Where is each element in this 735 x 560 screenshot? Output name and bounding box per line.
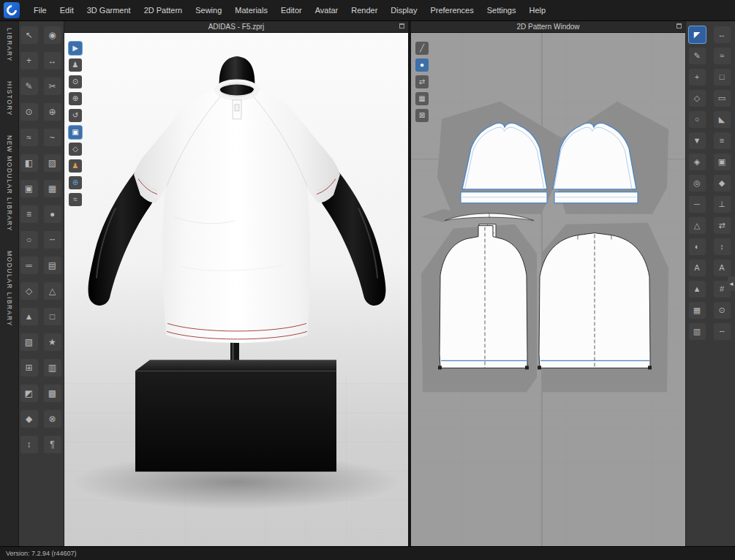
lock-pattern-icon[interactable]: ⊠ — [415, 109, 429, 122]
collapse-panel-arrow-icon[interactable]: ◄ — [728, 276, 735, 291]
steam-brush-icon[interactable]: ▨ — [44, 154, 61, 172]
fold-arrangement-icon[interactable]: ◧ — [20, 154, 38, 172]
unfold-tool-icon[interactable]: ◐ — [689, 238, 706, 255]
free-sewing-icon[interactable]: ~ — [44, 129, 61, 146]
add-point-split-icon[interactable]: + — [689, 69, 706, 86]
internal-circle-icon[interactable]: ◎ — [689, 175, 706, 192]
simulate-icon[interactable]: ▶ — [69, 42, 82, 55]
pattern-front-hem-band[interactable] — [461, 192, 547, 203]
show-seamline-icon[interactable]: ╌ — [714, 323, 731, 340]
tab-new-modular-library[interactable]: NEW MODULAR LIBRARY — [6, 135, 13, 232]
pattern-2d-canvas[interactable]: ╱●⇄▦⊠ — [411, 33, 685, 547]
topstitch-icon[interactable]: ╌ — [44, 231, 61, 249]
zipper-icon[interactable]: ≡ — [20, 205, 38, 223]
viewport-titlebar[interactable]: ADIDAS - F5.zprj — [64, 20, 408, 33]
graphic-tool-icon[interactable]: ★ — [44, 333, 61, 351]
add-pattern-icon[interactable]: □ — [714, 69, 731, 86]
show-environment-icon[interactable]: ⊕ — [69, 176, 82, 189]
measure-tape-icon[interactable]: ↕ — [20, 436, 38, 453]
edit-pattern-icon[interactable]: ✎ — [689, 48, 706, 64]
notch-tool-icon[interactable]: ▼ — [689, 132, 706, 149]
front-body-handle-right[interactable] — [525, 366, 529, 369]
viewport-3d-canvas[interactable]: ▶♟⊙⊕↺▣◇♟⊕≈ — [64, 33, 408, 547]
slash-divide-icon[interactable]: ╱ — [415, 42, 429, 55]
grading-icon[interactable]: ▲ — [20, 308, 38, 325]
menu-settings[interactable]: Settings — [480, 0, 523, 20]
dart-tool-icon[interactable]: ◣ — [714, 111, 731, 128]
show-base-avatar-icon[interactable]: ♟ — [69, 159, 82, 173]
fabric-icon[interactable]: ▩ — [44, 385, 61, 402]
internal-dart-icon[interactable]: ◆ — [714, 175, 731, 192]
print-layout-icon[interactable]: ▥ — [44, 359, 61, 377]
back-body-handle-right[interactable] — [648, 366, 652, 369]
piping-icon[interactable]: ═ — [20, 257, 38, 274]
menu-sewing[interactable]: Sewing — [189, 0, 228, 20]
avatar-display-icon[interactable]: ◉ — [44, 26, 61, 44]
internal-rectangle-icon[interactable]: ▣ — [714, 154, 731, 170]
reset-pose-icon[interactable]: ↺ — [69, 109, 82, 122]
tab-library[interactable]: LIBRARY — [6, 28, 13, 62]
tab-modular-library[interactable]: MODULAR LIBRARY — [6, 251, 13, 327]
transform-pattern-icon[interactable]: ◤ — [689, 26, 706, 43]
base-line-icon[interactable]: ─ — [689, 196, 706, 213]
front-body-handle-left[interactable] — [438, 366, 442, 369]
solidify-icon[interactable]: ▣ — [20, 180, 38, 197]
garment-tshirt[interactable] — [134, 88, 340, 343]
segment-sewing-icon[interactable]: ≈ — [20, 129, 38, 146]
grading-edit-icon[interactable]: ▲ — [689, 281, 706, 298]
buttonhole-icon[interactable]: ○ — [20, 231, 38, 249]
sync-2d-3d-icon[interactable]: ⇄ — [415, 75, 429, 88]
mirror-paste-icon[interactable]: ⇄ — [714, 217, 731, 234]
polygon-tool-icon[interactable]: ◇ — [689, 90, 706, 107]
button-icon[interactable]: ● — [44, 205, 61, 223]
trim-icon[interactable]: ◆ — [20, 410, 38, 428]
pin-tool-icon[interactable]: ⊙ — [20, 103, 38, 121]
flattening-icon[interactable]: ◇ — [20, 282, 38, 300]
internal-polygon-icon[interactable]: ◈ — [689, 154, 706, 170]
menu-file[interactable]: File — [27, 0, 53, 20]
show-avatar-icon[interactable]: ♟ — [69, 58, 82, 72]
pattern-back-hem-band[interactable] — [554, 192, 638, 203]
back-body-handle-left[interactable] — [538, 366, 541, 369]
text-tool-icon[interactable]: A — [689, 260, 706, 276]
menu-avatar[interactable]: Avatar — [309, 0, 345, 20]
snap-toggle-icon[interactable]: ⊙ — [714, 302, 731, 319]
trace-2d-icon[interactable]: △ — [44, 282, 61, 300]
measure-avatar-icon[interactable]: ↔ — [44, 52, 61, 69]
menu-2d-pattern[interactable]: 2D Pattern — [137, 0, 189, 20]
colorway-icon[interactable]: ◩ — [20, 385, 38, 402]
menu-preferences[interactable]: Preferences — [423, 0, 480, 20]
popout-window-icon[interactable] — [676, 23, 682, 29]
trace-tool-icon[interactable]: △ — [689, 217, 706, 234]
bonding-tool-icon[interactable]: ▦ — [44, 180, 61, 197]
uv-map-icon[interactable]: ⊞ — [20, 359, 38, 377]
show-3d-garment-icon[interactable]: ▣ — [69, 126, 82, 139]
popout-window-icon[interactable] — [399, 23, 404, 29]
layout-print-icon[interactable]: ▥ — [689, 323, 706, 340]
perpendicular-line-icon[interactable]: ⊥ — [714, 196, 731, 213]
annotation-tool-icon[interactable]: A — [714, 260, 731, 276]
show-x-ray-joints-icon[interactable]: ⊕ — [69, 92, 82, 105]
seam-allowance-icon[interactable]: ≡ — [714, 132, 731, 149]
show-3d-pattern-icon[interactable]: ● — [415, 58, 429, 72]
pen-tool-icon[interactable]: ✎ — [20, 77, 38, 95]
menu-display[interactable]: Display — [384, 0, 423, 20]
edit-curvature-icon[interactable]: ≈ — [714, 48, 731, 64]
hardware-icon[interactable]: ⊗ — [44, 410, 61, 428]
scissors-icon[interactable]: ✂ — [44, 77, 61, 95]
show-internal-lines-icon[interactable]: ◇ — [69, 143, 82, 156]
circle-tool-icon[interactable]: ○ — [689, 111, 706, 128]
tab-history[interactable]: HISTORY — [6, 81, 13, 116]
puckering-icon[interactable]: ▤ — [44, 257, 61, 274]
add-point-icon[interactable]: + — [20, 52, 38, 69]
move-pattern-icon[interactable]: ↔ — [714, 26, 731, 43]
menu-3d-garment[interactable]: 3D Garment — [80, 0, 137, 20]
menu-render[interactable]: Render — [344, 0, 384, 20]
pattern-outline-icon[interactable]: □ — [44, 308, 61, 325]
menu-edit[interactable]: Edit — [53, 0, 80, 20]
grid-toggle-icon[interactable]: ▦ — [689, 302, 706, 319]
pattern-titlebar[interactable]: 2D Pattern Window — [411, 20, 685, 33]
menu-help[interactable]: Help — [522, 0, 552, 20]
tack-on-avatar-icon[interactable]: ⊕ — [44, 103, 61, 121]
show-pattern-mesh-icon[interactable]: ▦ — [415, 92, 429, 105]
